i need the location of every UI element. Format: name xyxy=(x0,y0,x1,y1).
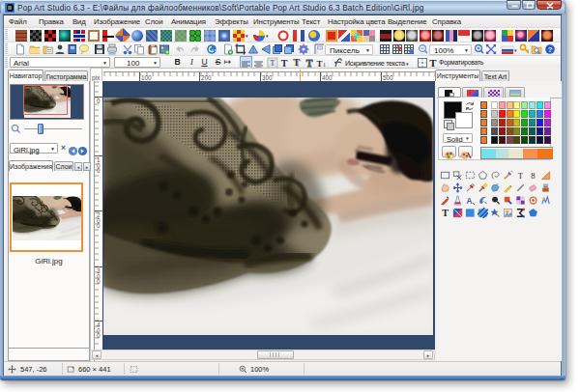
svg-text:T: T xyxy=(281,58,288,69)
svg-text:T: T xyxy=(442,208,449,218)
svg-text:?: ? xyxy=(548,45,553,54)
svg-text:T: T xyxy=(293,57,300,68)
svg-text:T: T xyxy=(271,59,276,68)
svg-text:T: T xyxy=(306,58,313,69)
svg-text:T: T xyxy=(316,59,322,69)
